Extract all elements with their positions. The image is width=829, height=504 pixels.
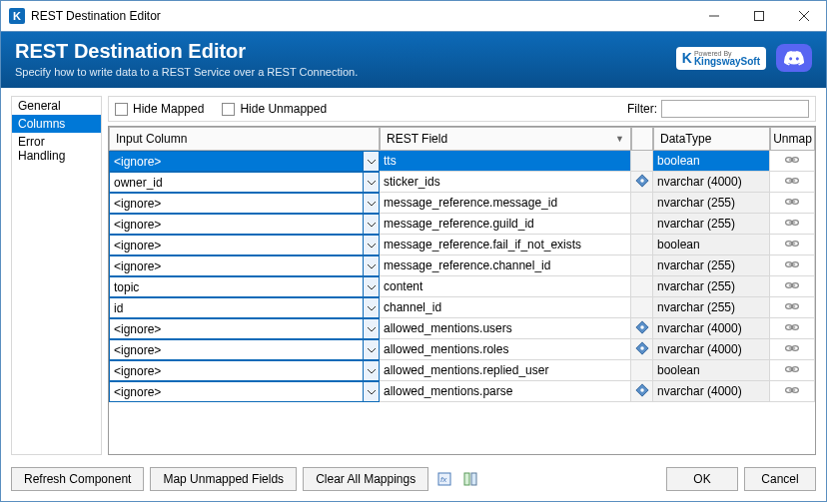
table-row[interactable]: <ignore>message_reference.fail_if_not_ex… <box>109 235 815 255</box>
maximize-button[interactable] <box>736 1 781 31</box>
unmap-button[interactable] <box>770 235 815 255</box>
key-indicator <box>631 193 653 214</box>
rest-field-cell: message_reference.guild_id <box>380 214 631 235</box>
chevron-down-icon <box>363 173 379 192</box>
app-icon: K <box>9 8 25 24</box>
table-row[interactable]: <ignore>allowed_mentions.replied_userboo… <box>109 360 815 381</box>
chevron-down-icon <box>363 277 379 296</box>
col-header-datatype[interactable]: DataType <box>653 127 770 151</box>
key-indicator <box>631 235 653 255</box>
link-icon <box>784 321 800 335</box>
unmap-button[interactable] <box>770 214 815 235</box>
clear-all-mappings-button[interactable]: Clear All Mappings <box>303 467 428 491</box>
input-column-dropdown[interactable]: <ignore> <box>109 318 380 339</box>
unmap-button[interactable] <box>770 381 815 402</box>
input-column-dropdown[interactable]: <ignore> <box>109 151 380 172</box>
datatype-cell: boolean <box>653 360 770 381</box>
titlebar: K REST Destination Editor <box>1 1 826 31</box>
unmap-button[interactable] <box>770 339 815 360</box>
cancel-button[interactable]: Cancel <box>744 467 816 491</box>
input-column-dropdown[interactable]: <ignore> <box>109 193 380 214</box>
key-indicator <box>631 172 653 193</box>
hide-unmapped-checkbox[interactable]: Hide Unmapped <box>222 102 327 116</box>
close-button[interactable] <box>781 1 826 31</box>
minimize-button[interactable] <box>691 1 736 31</box>
chevron-down-icon <box>363 319 379 338</box>
link-icon <box>784 363 800 377</box>
footer: Refresh Component Map Unmapped Fields Cl… <box>1 459 826 501</box>
rest-field-cell: content <box>380 276 631 297</box>
input-column-dropdown[interactable]: topic <box>109 276 380 297</box>
chevron-down-icon: ▼ <box>615 134 624 144</box>
table-row[interactable]: <ignore>allowed_mentions.parsenvarchar (… <box>109 381 815 402</box>
table-row[interactable]: <ignore>message_reference.channel_idnvar… <box>109 255 815 276</box>
columns-toolbar: Hide Mapped Hide Unmapped Filter: <box>108 96 816 122</box>
nav-item-error-handling[interactable]: Error Handling <box>12 133 101 165</box>
datatype-cell: nvarchar (255) <box>653 276 770 297</box>
link-icon <box>784 342 800 356</box>
discord-icon <box>776 44 812 72</box>
input-column-dropdown[interactable]: <ignore> <box>109 360 380 381</box>
unmap-button[interactable] <box>770 360 815 381</box>
rest-field-cell: channel_id <box>380 297 631 318</box>
col-header-key[interactable] <box>631 127 653 151</box>
rest-field-cell: allowed_mentions.roles <box>380 339 631 360</box>
key-icon <box>635 174 649 191</box>
col-header-input[interactable]: Input Column <box>109 127 380 151</box>
datatype-cell: boolean <box>653 235 770 255</box>
datatype-cell: nvarchar (255) <box>653 255 770 276</box>
ok-button[interactable]: OK <box>666 467 738 491</box>
nav-item-columns[interactable]: Columns <box>12 115 101 133</box>
col-header-rest[interactable]: REST Field▼ <box>380 127 631 151</box>
input-column-dropdown[interactable]: <ignore> <box>109 339 380 360</box>
refresh-component-button[interactable]: Refresh Component <box>11 467 144 491</box>
svg-rect-1 <box>754 12 763 21</box>
table-row[interactable]: idchannel_idnvarchar (255) <box>109 297 815 318</box>
rest-field-cell: sticker_ids <box>380 172 631 193</box>
unmap-button[interactable] <box>770 151 815 172</box>
input-column-dropdown[interactable]: id <box>109 297 380 318</box>
table-row[interactable]: <ignore>allowed_mentions.usersnvarchar (… <box>109 318 815 339</box>
rest-field-cell: allowed_mentions.parse <box>380 381 631 402</box>
kingswaysoft-logo: K Powered By KingswaySoft <box>676 47 766 70</box>
expression-icon[interactable]: fx <box>434 469 454 489</box>
unmap-button[interactable] <box>770 172 815 193</box>
input-column-dropdown[interactable]: owner_id <box>109 172 380 193</box>
unmap-button[interactable] <box>770 318 815 339</box>
chevron-down-icon <box>363 361 379 380</box>
map-unmapped-fields-button[interactable]: Map Unmapped Fields <box>150 467 297 491</box>
key-icon <box>635 341 649 358</box>
filter-input[interactable] <box>661 100 809 118</box>
link-icon <box>784 196 800 210</box>
svg-point-31 <box>640 325 644 329</box>
rest-field-cell: message_reference.channel_id <box>380 255 631 276</box>
input-column-dropdown[interactable]: <ignore> <box>109 214 380 235</box>
unmap-button[interactable] <box>770 297 815 318</box>
key-indicator <box>631 360 653 381</box>
input-column-dropdown[interactable]: <ignore> <box>109 255 380 276</box>
table-row[interactable]: <ignore>message_reference.guild_idnvarch… <box>109 214 815 235</box>
link-icon <box>784 175 800 189</box>
chevron-down-icon <box>363 194 379 213</box>
unmap-button[interactable] <box>770 255 815 276</box>
input-column-dropdown[interactable]: <ignore> <box>109 381 380 402</box>
chevron-down-icon <box>363 382 379 401</box>
rest-field-cell: message_reference.fail_if_not_exists <box>380 235 631 255</box>
unmap-button[interactable] <box>770 276 815 297</box>
key-indicator <box>631 276 653 297</box>
hide-mapped-checkbox[interactable]: Hide Mapped <box>115 102 204 116</box>
table-row[interactable]: <ignore>allowed_mentions.rolesnvarchar (… <box>109 339 815 360</box>
nav-item-general[interactable]: General <box>12 97 101 115</box>
table-row[interactable]: <ignore>ttsboolean <box>109 151 815 172</box>
input-column-dropdown[interactable]: <ignore> <box>109 235 380 255</box>
table-row[interactable]: topiccontentnvarchar (255) <box>109 276 815 297</box>
datatype-cell: nvarchar (4000) <box>653 339 770 360</box>
table-row[interactable]: <ignore>message_reference.message_idnvar… <box>109 193 815 214</box>
unmap-button[interactable] <box>770 193 815 214</box>
table-row[interactable]: owner_idsticker_idsnvarchar (4000) <box>109 172 815 193</box>
column-map-icon[interactable] <box>460 469 480 489</box>
window: K REST Destination Editor REST Destinati… <box>0 0 827 502</box>
key-icon <box>635 320 649 337</box>
datatype-cell: nvarchar (255) <box>653 297 770 318</box>
col-header-unmap[interactable]: Unmap <box>770 127 815 151</box>
